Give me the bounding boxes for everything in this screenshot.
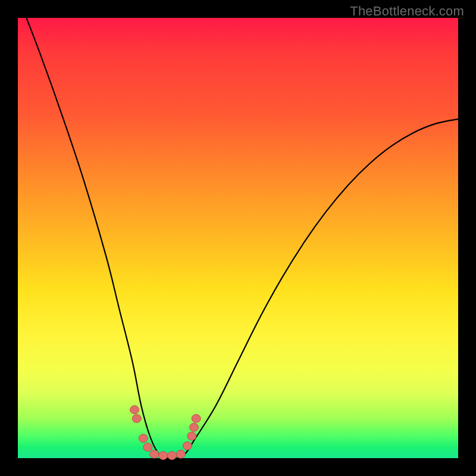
marker-dot (176, 450, 185, 458)
watermark-text: TheBottleneck.com (350, 4, 464, 19)
marker-group (130, 406, 201, 460)
marker-dot (132, 415, 141, 423)
marker-dot (150, 450, 159, 458)
marker-dot (183, 441, 192, 450)
marker-dot (139, 434, 148, 443)
marker-dot (192, 415, 201, 423)
marker-dot (143, 443, 152, 452)
marker-dot (168, 452, 177, 460)
marker-dot (130, 406, 139, 414)
marker-dot (190, 423, 199, 431)
marker-dot (187, 432, 196, 440)
plot-area (18, 18, 458, 458)
bottleneck-curve (18, 0, 458, 459)
frame-background: TheBottleneck.com (0, 0, 476, 476)
marker-dot (159, 452, 168, 460)
curve-svg (18, 18, 458, 458)
